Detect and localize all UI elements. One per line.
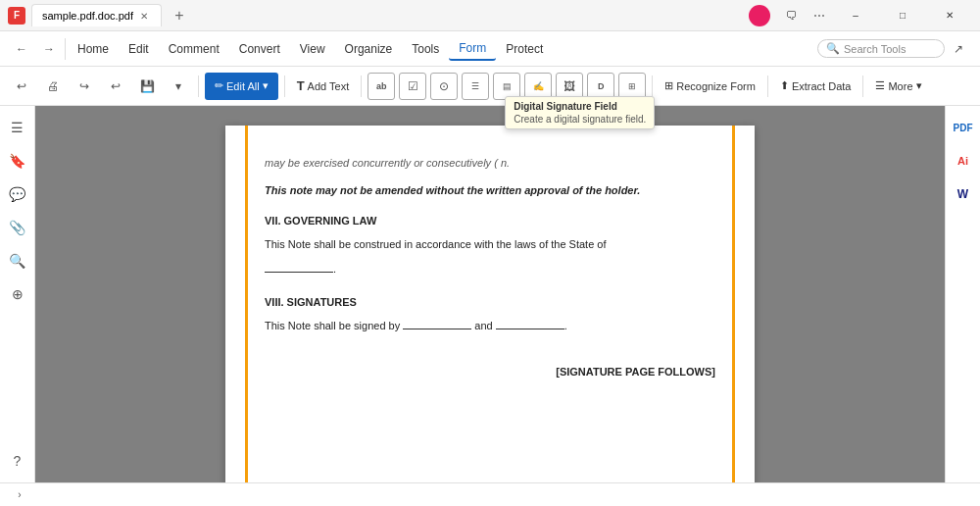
menu-edit[interactable]: Edit [119,38,159,60]
menu-organize[interactable]: Organize [335,38,403,60]
signature-field-button[interactable]: ✍ [524,73,552,100]
title-bar-left: F sample.pdf.doc.pdf ✕ + [8,4,749,27]
doc-section8-text: This Note shall be signed by and . [265,318,715,335]
document-page: may be exercised concurrently or consecu… [225,126,755,482]
recognize-icon: ⊞ [664,79,673,92]
toolbar: ↩ 🖨 ↪ ↩ 💾 ▾ ✏ Edit All ▾ T Add Text ab ☑… [0,67,980,106]
window-controls: – □ ✕ [833,0,972,31]
image-field-icon[interactable]: 🖼 [556,73,583,100]
doc-signer1-blank [403,329,471,329]
minimize-button[interactable]: – [833,0,878,31]
bottom-chevron-button[interactable]: › [10,485,29,505]
right-sidebar: PDF Ai W [945,106,980,482]
tab-close-button[interactable]: ✕ [137,9,151,23]
expand-icon[interactable]: ↗ [945,35,972,63]
menu-view[interactable]: View [290,38,335,60]
left-sidebar: ☰ 🔖 💬 📎 🔍 ⊕ ? [0,106,35,482]
menu-home[interactable]: Home [68,38,119,60]
menu-protect[interactable]: Protect [496,38,553,60]
menu-form[interactable]: Form [449,37,496,61]
more-icon: ☰ [875,79,885,92]
extract-data-button[interactable]: ⬆ Extract Data [774,73,858,100]
doc-section8-title: VIII. SIGNATURES [265,294,715,312]
adobe-ai-icon[interactable]: Ai [950,147,977,175]
sidebar-help-icon[interactable]: ? [4,447,31,475]
add-text-button[interactable]: T Add Text [291,73,356,100]
edit-all-dropdown-icon: ▾ [263,79,269,92]
sidebar-panels-icon[interactable]: ☰ [4,114,31,141]
word-icon[interactable]: W [950,180,977,208]
table-field-icon[interactable]: ⊞ [618,73,646,100]
main-area: ☰ 🔖 💬 📎 🔍 ⊕ ? may be exercised concurren… [0,106,980,482]
redo-button[interactable]: ↪ [71,73,98,100]
toolbar-sep-1 [198,76,199,97]
signature-field-wrapper: ✍ Digital Signature Field Create a digit… [524,73,552,100]
menu-bar: ← → Home Edit Comment Convert View Organ… [0,31,980,67]
nav-back-button[interactable]: ← [8,35,35,63]
sidebar-search-icon[interactable]: 🔍 [4,247,31,275]
sidebar-attachment-icon[interactable]: 📎 [4,214,31,241]
document-tab[interactable]: sample.pdf.doc.pdf ✕ [31,4,162,26]
right-border-decoration [732,126,735,482]
date-field-icon[interactable]: D [587,73,614,100]
text-icon: T [297,78,305,93]
toolbar-sep-5 [767,76,768,97]
doc-section7-text: This Note shall be construed in accordan… [265,236,715,254]
checkbox-icon[interactable]: ☑ [399,73,426,100]
radio-button-icon[interactable]: ⊙ [430,73,458,100]
recognize-form-button[interactable]: ⊞ Recognize Form [659,73,761,100]
close-button[interactable]: ✕ [927,0,972,31]
maximize-button[interactable]: □ [880,0,925,31]
menu-separator-1 [65,38,66,60]
toolbar-sep-4 [652,76,653,97]
search-placeholder: Search Tools [844,43,906,55]
toolbar-sep-3 [361,76,362,97]
left-border-decoration [245,126,248,482]
user-avatar [749,5,770,26]
more-dropdown-icon: ▾ [916,79,922,92]
doc-blank-line-1 [265,272,333,273]
text-field-icon[interactable]: ab [368,73,395,100]
more-options-icon[interactable]: ⋯ [806,2,833,29]
edit-all-button[interactable]: ✏ Edit All ▾ [205,73,278,100]
menu-convert[interactable]: Convert [229,38,290,60]
tab-title: sample.pdf.doc.pdf [42,10,133,22]
chat-icon[interactable]: 🗨 [778,2,806,29]
document-content: may be exercised concurrently or consecu… [265,155,715,381]
title-bar: F sample.pdf.doc.pdf ✕ + 🗨 ⋯ – □ ✕ [0,0,980,31]
listbox-icon[interactable]: ☰ [462,73,489,100]
toolbar-sep-6 [862,76,863,97]
undo2-button[interactable]: ↩ [102,73,129,100]
undo-button[interactable]: ↩ [8,73,35,100]
print-button[interactable]: 🖨 [39,73,67,100]
dropdown-nav-icon[interactable]: ▾ [165,73,192,100]
app-icon: F [8,7,25,25]
toolbar-sep-2 [284,76,285,97]
bottom-bar: › [0,482,980,506]
menu-tools[interactable]: Tools [402,38,449,60]
menu-comment[interactable]: Comment [159,38,229,60]
document-area[interactable]: may be exercised concurrently or consecu… [35,106,945,482]
doc-signer2-blank [496,329,564,329]
sidebar-comment-icon[interactable]: 💬 [4,180,31,208]
nav-forward-button[interactable]: → [35,35,63,63]
doc-signature-block: [SIGNATURE PAGE FOLLOWS] [265,364,715,381]
edit-icon: ✏ [215,79,223,92]
extract-icon: ⬆ [780,79,789,92]
foxit-pdf-icon[interactable]: PDF [950,114,977,141]
doc-section7-title: VII. GOVERNING LAW [265,213,715,230]
sidebar-layers-icon[interactable]: ⊕ [4,280,31,308]
doc-bold-italic-text: This note may not be amended without the… [265,182,715,200]
doc-first-line: may be exercised concurrently or consecu… [265,155,715,173]
doc-section7-blank: . [265,261,715,278]
search-icon: 🔍 [826,42,840,55]
more-button[interactable]: ☰ More ▾ [869,73,927,100]
dropdown-field-icon[interactable]: ▤ [493,73,520,100]
new-tab-button[interactable]: + [168,4,191,27]
search-tools-box[interactable]: 🔍 Search Tools [817,39,945,58]
save-button[interactable]: 💾 [133,73,161,100]
sidebar-bookmark-icon[interactable]: 🔖 [4,147,31,175]
